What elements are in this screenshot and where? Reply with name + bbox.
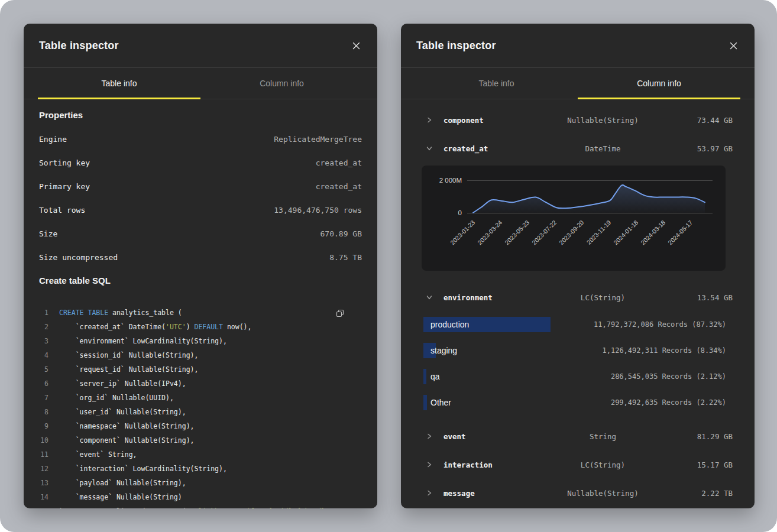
property-value: 13,496,476,750 rows [274, 206, 362, 215]
column-name: created_at [443, 144, 538, 153]
dialog-header: Table inspector [401, 24, 755, 68]
line-number: 13 [39, 479, 59, 487]
create-table-sql-heading: Create table SQL [39, 269, 362, 293]
chevron-right-icon [423, 490, 435, 496]
x-axis-tick-label: 2023-01-23 [449, 219, 477, 246]
chevron-right-icon [423, 462, 435, 468]
property-row: Size 670.89 GB [39, 222, 362, 245]
breakdown-record-count: 286,545,035 Records (2.12%) [611, 372, 733, 381]
code-text: `org_id` Nullable(UUID), [59, 394, 174, 402]
sql-code-line: 4 `session_id` Nullable(String), [39, 348, 362, 362]
property-label: Engine [39, 135, 67, 144]
properties-list: Engine ReplicatedMergeTree Sorting key c… [39, 127, 362, 269]
x-axis-tick-label: 2023-05-23 [503, 219, 531, 246]
breakdown-value-label: staging [430, 346, 457, 355]
property-value: ReplicatedMergeTree [274, 135, 362, 144]
close-icon[interactable] [349, 38, 363, 53]
tab-column-info[interactable]: Column info [200, 68, 363, 99]
sql-code-line: 13 `payload` Nullable(String), [39, 476, 362, 490]
sql-code-line: 5 `request_id` Nullable(String), [39, 362, 362, 377]
line-number: 14 [39, 493, 59, 501]
property-row: Total rows 13,496,476,750 rows [39, 198, 362, 222]
code-text: `server_ip` Nullable(IPv4), [59, 379, 186, 388]
sql-code-line: 10 `component` Nullable(String), [39, 433, 362, 447]
line-number: 3 [39, 337, 59, 345]
code-text: `namespace` Nullable(String), [59, 422, 194, 430]
property-row: Engine ReplicatedMergeTree [39, 127, 362, 151]
x-axis-tick-label: 2023-09-20 [558, 219, 585, 246]
property-label: Sorting key [39, 158, 90, 167]
sql-code-line: 3 `environment` LowCardinality(String), [39, 334, 362, 348]
value-breakdown-row: qa 286,545,035 Records (2.12%) [416, 364, 733, 390]
tab-column-info[interactable]: Column info [578, 68, 740, 99]
column-type: Nullable(String) [538, 489, 668, 498]
close-icon[interactable] [726, 38, 740, 53]
property-row: Primary key created_at [39, 174, 362, 198]
code-text: CREATE TABLE analytics_table ( [59, 309, 182, 317]
column-size: 15.17 GB [668, 460, 733, 469]
column-size: 81.29 GB [668, 432, 733, 441]
column-size: 53.97 GB [668, 144, 733, 153]
tab-bar: Table info Column info [24, 68, 377, 99]
property-label: Total rows [39, 206, 85, 215]
screenshot-background: Table inspector Table info Column info P… [0, 0, 777, 532]
column-type: LC(String) [538, 460, 668, 469]
column-name: environment [443, 293, 538, 302]
tab-bar: Table info Column info [401, 68, 755, 99]
created-at-histogram-chart: 2 000M 0 2023-01-232023-03-242023-05-232… [422, 166, 726, 271]
column-row[interactable]: interaction LC(String) 15.17 GB [416, 450, 733, 479]
copy-icon[interactable] [334, 307, 347, 320]
environment-value-breakdown: production 11,792,372,086 Records (87.32… [416, 312, 733, 416]
chevron-down-icon [423, 145, 435, 151]
sql-code-line: 15 ) ENGINE = ReplicatedMergeTree('/clic… [39, 504, 362, 508]
value-breakdown-row: staging 1,126,492,311 Records (8.34%) [416, 338, 733, 364]
breakdown-record-count: 11,792,372,086 Records (87.32%) [594, 320, 733, 329]
property-value: 670.89 GB [320, 229, 362, 238]
x-axis-tick-labels: 2023-01-232023-03-242023-05-232023-07-22… [449, 219, 694, 246]
breakdown-record-count: 1,126,492,311 Records (8.34%) [602, 346, 733, 355]
property-row: Size uncompressed 8.75 TB [39, 245, 362, 269]
sql-code-line: 7 `org_id` Nullable(UUID), [39, 391, 362, 405]
code-text: `interaction` LowCardinality(String), [59, 465, 227, 473]
property-label: Size [39, 229, 57, 238]
line-number: 5 [39, 365, 59, 374]
column-row[interactable]: component Nullable(String) 73.44 GB [416, 106, 733, 134]
code-text: `payload` Nullable(String), [59, 479, 186, 487]
property-value: 8.75 TB [329, 253, 362, 262]
chevron-right-icon [423, 433, 435, 439]
column-name: component [443, 116, 538, 125]
x-axis-tick-label: 2023-07-22 [530, 219, 558, 246]
chevron-down-icon [423, 294, 435, 300]
breakdown-record-count: 299,492,635 Records (2.22%) [611, 398, 733, 407]
value-breakdown-row: Other 299,492,635 Records (2.22%) [416, 390, 733, 416]
sql-code-line: 11 `event` String, [39, 447, 362, 462]
chart-area-fill [473, 185, 705, 213]
table-inspector-dialog-column-info: Table inspector Table info Column info c… [401, 24, 755, 508]
sql-code-line: 1 CREATE TABLE analytics_table ( [39, 306, 362, 320]
column-size: 73.44 GB [668, 116, 733, 125]
column-name: message [443, 489, 538, 498]
line-number: 12 [39, 465, 59, 473]
column-row[interactable]: event String 81.29 GB [416, 422, 733, 450]
property-label: Size uncompressed [39, 253, 118, 262]
tab-table-info[interactable]: Table info [415, 68, 578, 99]
code-text: ) ENGINE = ReplicatedMergeTree('/clickho… [59, 507, 334, 508]
line-number: 15 [39, 507, 59, 508]
code-text: `component` Nullable(String), [59, 436, 194, 445]
tab-table-info[interactable]: Table info [38, 68, 200, 99]
dialog-header: Table inspector [24, 24, 377, 68]
line-number: 6 [39, 379, 59, 388]
x-axis-tick-label: 2024-03-18 [639, 219, 667, 246]
breakdown-bar [423, 369, 426, 384]
column-row[interactable]: created_at DateTime 53.97 GB [416, 134, 733, 163]
line-number: 2 [39, 323, 59, 331]
column-row[interactable]: message Nullable(String) 2.22 TB [416, 479, 733, 507]
chevron-right-icon [423, 117, 435, 123]
code-text: `created_at` DateTime('UTC') DEFAULT now… [59, 323, 251, 331]
column-name: event [443, 432, 538, 441]
column-row[interactable]: environment LC(String) 13.54 GB [416, 283, 733, 312]
x-axis-tick-label: 2024-05-17 [666, 219, 694, 246]
sql-code-line: 2 `created_at` DateTime('UTC') DEFAULT n… [39, 320, 362, 334]
column-size: 2.22 TB [668, 489, 733, 498]
property-label: Primary key [39, 182, 90, 191]
